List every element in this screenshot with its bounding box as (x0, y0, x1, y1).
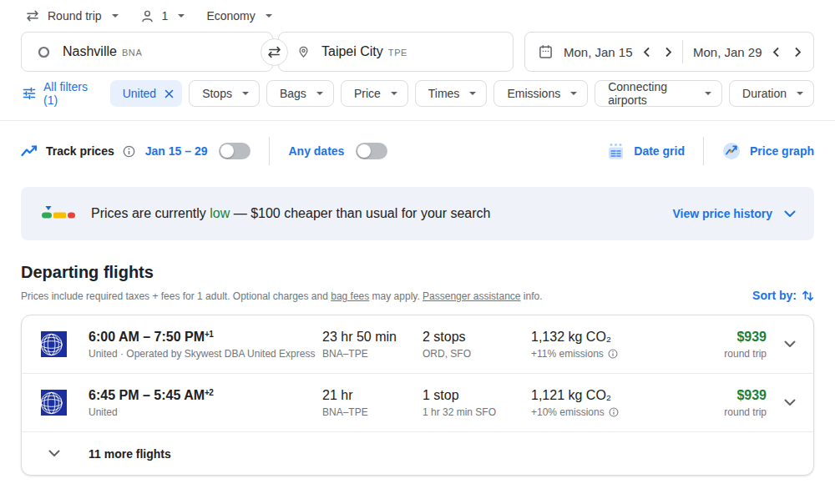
price-graph-button[interactable]: Price graph (722, 142, 814, 160)
chevron-down-icon (242, 92, 249, 95)
passenger-assistance-link[interactable]: Passenger assistance (423, 290, 520, 302)
airline-filter-chip[interactable]: United (110, 80, 182, 107)
airline-chip-label: United (123, 87, 156, 100)
chip-label: Connecting airports (608, 80, 695, 107)
flight-stops: 1 stop (423, 388, 531, 403)
chevron-down-icon (469, 92, 476, 95)
chevron-down-icon (784, 340, 796, 348)
flight-duration: 21 hr (322, 388, 423, 403)
view-price-history-label: View price history (672, 207, 772, 220)
chevron-down-icon (797, 92, 803, 95)
info-icon[interactable] (123, 145, 135, 158)
filter-chip-price[interactable]: Price (341, 80, 408, 107)
depart-date-next-button[interactable] (657, 41, 679, 63)
filter-chip-bags[interactable]: Bags (266, 80, 334, 107)
destination-input[interactable]: Taipei CityTPE (278, 32, 514, 72)
filter-chip-emissions[interactable]: Emissions (493, 80, 588, 107)
chip-label: Stops (202, 87, 232, 100)
track-prices-toggle[interactable] (219, 143, 250, 159)
chevron-left-icon (643, 47, 650, 58)
flight-times: 6:45 PM – 5:45 AM+2 (89, 388, 322, 403)
flight-emissions: +10% emissions (531, 406, 605, 418)
united-airlines-logo (41, 390, 67, 416)
info-icon[interactable] (609, 407, 619, 417)
departing-flights-heading: Departing flights (21, 263, 814, 282)
fees-disclaimer: Prices include required taxes + fees for… (21, 290, 543, 302)
flight-stops-detail: 1 hr 32 min SFO (423, 406, 531, 418)
info-icon[interactable] (608, 349, 618, 359)
day-offset: +2 (205, 388, 213, 397)
all-filters-button[interactable]: All filters (1) (21, 80, 104, 107)
chip-label: Duration (742, 87, 787, 100)
date-grid-button[interactable]: Date grid (607, 143, 685, 160)
swap-button[interactable] (261, 38, 288, 66)
bag-fees-link[interactable]: bag fees (331, 290, 369, 302)
filter-chip-times[interactable]: Times (415, 80, 488, 107)
flight-times: 6:00 AM – 7:50 PM+1 (89, 330, 322, 345)
filter-chip-duration[interactable]: Duration (729, 80, 814, 107)
chevron-left-icon (772, 47, 780, 58)
price-graph-label: Price graph (750, 144, 814, 158)
dates-field: Mon, Jan 15 Mon, Jan 29 (524, 32, 814, 72)
price-insights-banner: Prices are currently low — $100 cheaper … (21, 187, 814, 240)
all-filters-label: All filters (1) (43, 80, 95, 107)
chevron-down-icon (784, 210, 796, 218)
flight-duration: 23 hr 50 min (322, 330, 423, 345)
divider (703, 137, 704, 165)
passengers-count: 1 (162, 9, 169, 23)
origin-city: Nashville (63, 44, 117, 58)
divider (0, 120, 835, 121)
flight-price-note: round trip (698, 348, 767, 360)
expand-flight-button[interactable] (767, 399, 813, 406)
flight-row[interactable]: 6:45 PM – 5:45 AM+2 United 21 hr BNA–TPE… (22, 374, 813, 432)
depart-date-input[interactable]: Mon, Jan 15 (564, 45, 633, 59)
filter-chip-connecting-airports[interactable]: Connecting airports (595, 80, 722, 107)
location-pin-icon (297, 44, 310, 60)
chevron-down-icon (112, 14, 119, 18)
date-grid-icon (607, 143, 625, 160)
filter-chip-stops[interactable]: Stops (189, 80, 260, 107)
date-grid-label: Date grid (634, 144, 685, 158)
flight-row[interactable]: 6:00 AM – 7:50 PM+1 United · Operated by… (22, 315, 813, 374)
flight-price: $939 (698, 330, 767, 345)
chevron-down-icon (178, 14, 185, 18)
flight-price-note: round trip (698, 406, 767, 418)
expand-flight-button[interactable] (767, 340, 813, 348)
price-tracking-bar: Track prices Jan 15 – 29 Any dates Date … (21, 137, 814, 165)
sort-by-button[interactable]: Sort by: (752, 289, 814, 302)
close-icon (164, 89, 174, 98)
filters-bar: All filters (1) United Stops Bags Price … (21, 79, 814, 108)
return-date-input[interactable]: Mon, Jan 29 (693, 45, 762, 59)
flight-emissions: +11% emissions (531, 348, 604, 360)
origin-circle-icon (38, 46, 50, 58)
return-date-prev-button[interactable] (765, 41, 787, 63)
united-airlines-logo (41, 331, 67, 357)
sort-by-label: Sort by: (752, 289, 797, 302)
more-flights-label: 11 more flights (89, 447, 813, 461)
view-price-history-button[interactable]: View price history (672, 207, 796, 220)
flight-stops-detail: ORD, SFO (423, 348, 531, 360)
chevron-down-icon (391, 92, 397, 95)
flight-airline: United (89, 406, 322, 418)
flight-airline: United · Operated by Skywest DBA United … (89, 348, 322, 360)
cabin-class-select[interactable]: Economy (206, 9, 271, 23)
flight-results-list: 6:00 AM – 7:50 PM+1 United · Operated by… (21, 315, 814, 476)
flight-route: BNA–TPE (322, 348, 423, 360)
chip-remove-button[interactable] (164, 89, 174, 98)
flight-co2: 1,132 kg CO₂ (531, 330, 698, 345)
chevron-down-icon (570, 92, 577, 95)
line-chart-icon (21, 145, 38, 157)
cabin-class-label: Economy (206, 9, 255, 23)
return-date-next-button[interactable] (787, 41, 808, 63)
trip-options-toolbar: Round trip 1 Economy (0, 0, 835, 25)
trip-type-select[interactable]: Round trip (25, 9, 119, 23)
any-dates-toggle[interactable] (356, 143, 387, 159)
trip-type-label: Round trip (48, 9, 102, 23)
flight-stops: 2 stops (423, 330, 531, 345)
depart-date-prev-button[interactable] (635, 41, 657, 63)
origin-input[interactable]: NashvilleBNA (21, 32, 273, 72)
passengers-select[interactable]: 1 (140, 9, 185, 23)
chevron-down-icon (48, 450, 60, 457)
more-flights-row[interactable]: 11 more flights (22, 432, 813, 475)
flight-price: $939 (698, 388, 767, 403)
